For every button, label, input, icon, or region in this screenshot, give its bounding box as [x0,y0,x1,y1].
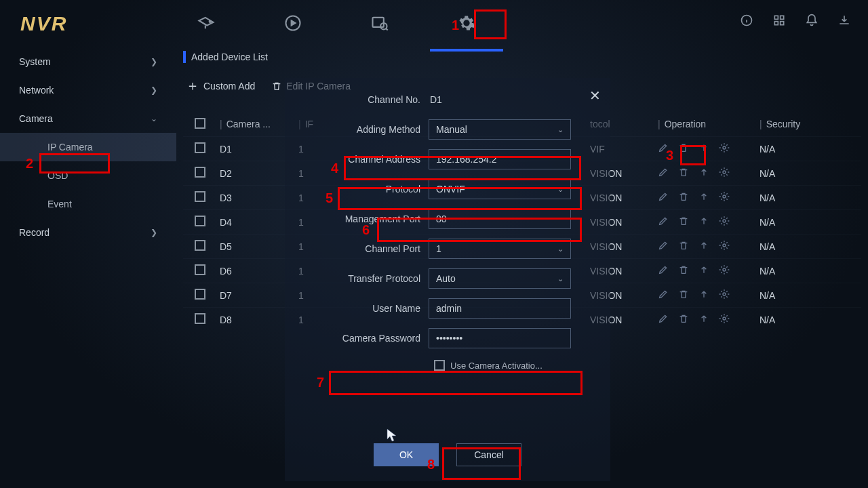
row-checkbox[interactable] [195,142,205,153]
col-security: Security [766,119,801,129]
up-icon[interactable] [698,240,709,253]
nav-playback-icon[interactable] [277,0,309,48]
row-security: N/A [760,290,861,301]
sidebar-item-event[interactable]: Event [0,190,176,218]
up-icon[interactable] [698,264,709,277]
row-checkbox[interactable] [195,167,205,178]
row-checkbox[interactable] [195,191,205,202]
chevron-right-icon: ❯ [151,228,157,237]
edit-icon[interactable] [658,313,669,326]
password-input[interactable]: •••••••• [429,328,571,348]
transfer-select[interactable]: Auto⌄ [429,268,571,289]
mgmt-port-input[interactable]: 80 [429,209,571,229]
password-value: •••••••• [436,333,462,344]
edit-icon[interactable] [658,216,669,228]
channel-address-input[interactable]: 192.168.254.2 [429,149,571,169]
custom-add-button[interactable]: ＋Custom Add [186,77,255,95]
svg-point-16 [723,317,726,320]
edit-icon[interactable] [658,240,669,253]
sidebar-item-ip-camera[interactable]: IP Camera [0,133,176,161]
trash-icon[interactable] [678,313,689,326]
edit-icon[interactable] [658,191,669,204]
channel-port-label: Channel Port [292,243,420,254]
svg-rect-2 [373,17,384,26]
sidebar-item-camera[interactable]: Camera⌄ [0,104,176,133]
ok-button[interactable]: OK [374,443,439,466]
chevron-right-icon: ❯ [151,85,157,95]
trash-icon[interactable] [678,240,689,253]
edit-icon[interactable] [658,264,669,277]
edit-icon[interactable] [658,142,669,155]
close-icon[interactable]: ✕ [589,87,601,104]
row-checkbox[interactable] [195,216,205,226]
row-checkbox[interactable] [195,264,205,275]
trash-icon[interactable] [678,264,689,277]
sidebar-item-network[interactable]: Network❯ [0,76,176,104]
up-icon[interactable] [698,142,709,155]
channel-address-label: Channel Address [292,154,420,165]
row-checkbox[interactable] [195,313,205,324]
protocol-value: ONVIF [436,184,465,195]
up-icon[interactable] [698,313,709,326]
info-icon[interactable] [740,14,753,29]
trash-icon[interactable] [678,289,689,302]
svg-point-15 [723,293,726,296]
adding-method-select[interactable]: Manual⌄ [429,119,571,140]
row-checkbox[interactable] [195,289,205,300]
mgmt-port-value: 80 [436,214,447,224]
transfer-label: Transfer Protocol [292,273,420,284]
protocol-label: Protocol [292,184,420,195]
trash-icon[interactable] [678,142,689,155]
custom-add-label: Custom Add [203,81,255,92]
gear-icon[interactable] [719,142,730,155]
trash-icon[interactable] [678,191,689,204]
grid-icon[interactable] [772,14,786,29]
activation-checkbox[interactable] [434,360,445,371]
mgmt-port-label: Management Port [292,214,420,224]
gear-icon[interactable] [719,240,730,253]
gear-icon[interactable] [719,191,730,204]
up-icon[interactable] [698,191,709,204]
edit-icon[interactable] [658,289,669,302]
sidebar-label: Camera [19,113,53,124]
cancel-button[interactable]: Cancel [456,443,521,466]
svg-point-14 [723,268,726,271]
user-label: User Name [292,303,420,314]
row-security: N/A [760,266,861,277]
channel-port-select[interactable]: 1⌄ [429,239,571,259]
gear-icon[interactable] [719,216,730,228]
section-bar [183,51,186,63]
trash-icon[interactable] [678,216,689,228]
channel-no-value: D1 [429,94,571,105]
gear-icon[interactable] [719,264,730,277]
user-input[interactable]: admin [429,298,571,319]
sidebar-item-record[interactable]: Record❯ [0,218,176,247]
svg-point-12 [723,220,726,222]
gear-icon[interactable] [719,167,730,180]
svg-rect-8 [781,22,784,25]
protocol-select[interactable]: ONVIF⌄ [429,179,571,199]
edit-icon[interactable] [658,167,669,180]
nav-settings-icon[interactable] [450,0,483,48]
bell-icon[interactable] [805,14,818,29]
download-icon[interactable] [837,14,851,29]
nav-search-icon[interactable] [363,0,396,48]
gear-icon[interactable] [719,313,730,326]
up-icon[interactable] [698,289,709,302]
edit-camera-modal: ✕ Channel No. D1 Adding Method Manual⌄ C… [285,78,610,481]
transfer-value: Auto [436,273,456,284]
row-checkbox[interactable] [195,240,205,251]
sidebar: System❯ Network❯ Camera⌄ IP Camera OSD E… [0,47,176,488]
sidebar-item-osd[interactable]: OSD [0,161,176,190]
up-icon[interactable] [698,167,709,180]
trash-icon[interactable] [678,167,689,180]
row-security: N/A [760,192,861,203]
sidebar-item-system[interactable]: System❯ [0,47,176,76]
nav-camera-icon[interactable] [190,0,222,48]
gear-icon[interactable] [719,289,730,302]
sidebar-label: IP Camera [47,142,93,152]
up-icon[interactable] [698,216,709,228]
checkbox-all[interactable] [195,118,205,129]
plus-icon: ＋ [186,77,199,95]
svg-point-11 [723,195,726,198]
